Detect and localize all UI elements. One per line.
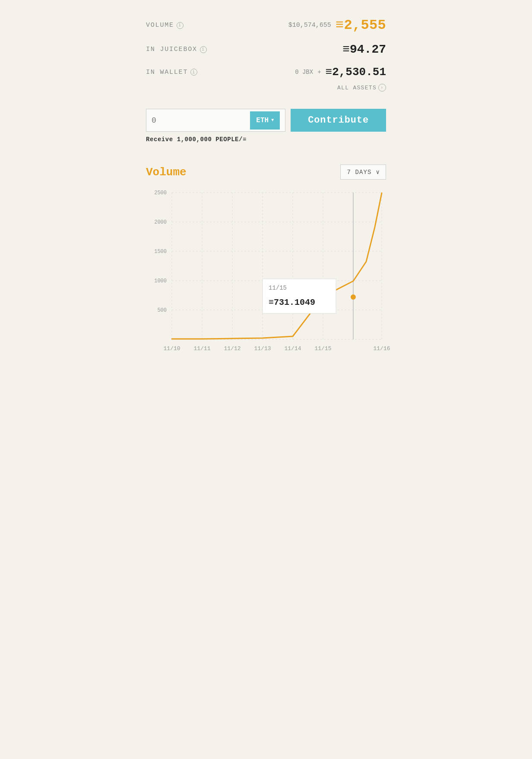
receive-text: Receive 1,000,000 PEOPLE/≡: [146, 136, 386, 143]
svg-text:≡731.1049: ≡731.1049: [269, 297, 315, 307]
in-juicebox-info-icon[interactable]: i: [200, 46, 207, 53]
chart-header: Volume 7 DAYS ∨: [146, 164, 386, 180]
in-juicebox-label-text: IN JUICEBOX: [146, 46, 197, 53]
in-juicebox-label: IN JUICEBOX i: [146, 46, 207, 53]
svg-text:11/12: 11/12: [224, 345, 241, 352]
volume-info-icon[interactable]: i: [177, 22, 184, 29]
contribute-input-row: ETH ▼ Contribute: [146, 109, 386, 132]
time-period-selector[interactable]: 7 DAYS ∨: [340, 164, 386, 180]
volume-row: VOLUME i $10,574,655 ≡2,555: [146, 17, 386, 33]
all-assets-chevron-icon: ›: [378, 84, 386, 92]
volume-chart: 2500 2000 1500 1000 500 11/10 11/11 11/1…: [146, 188, 386, 361]
svg-text:11/15: 11/15: [314, 345, 331, 352]
chart-title: Volume: [146, 166, 187, 179]
chart-container: 2500 2000 1500 1000 500 11/10 11/11 11/1…: [146, 188, 386, 363]
currency-dropdown-icon: ▼: [271, 118, 274, 123]
volume-label-text: VOLUME: [146, 22, 174, 29]
in-wallet-row: IN WALLET i 0 JBX + ≡2,530.51: [146, 66, 386, 79]
svg-text:500: 500: [157, 307, 167, 313]
all-assets-link[interactable]: ALL ASSETS ›: [337, 84, 386, 92]
time-period-chevron-icon: ∨: [376, 168, 380, 176]
svg-text:11/10: 11/10: [163, 345, 180, 352]
time-period-label: 7 DAYS: [347, 169, 371, 176]
volume-label: VOLUME i: [146, 22, 184, 29]
svg-text:1000: 1000: [154, 278, 167, 284]
amount-input[interactable]: [152, 116, 250, 125]
in-wallet-plus: +: [317, 69, 321, 76]
in-juicebox-eth: ≡94.27: [342, 43, 386, 56]
svg-rect-0: [172, 193, 382, 339]
chart-dot: [351, 294, 356, 300]
in-wallet-label: IN WALLET i: [146, 69, 197, 76]
svg-text:11/14: 11/14: [284, 345, 301, 352]
svg-text:2000: 2000: [154, 219, 167, 225]
in-wallet-value: 0 JBX + ≡2,530.51: [295, 66, 386, 79]
in-wallet-info-icon[interactable]: i: [190, 69, 197, 76]
in-wallet-label-text: IN WALLET: [146, 69, 188, 76]
svg-text:2500: 2500: [154, 190, 167, 196]
svg-text:11/11: 11/11: [193, 345, 210, 352]
volume-value: $10,574,655 ≡2,555: [288, 17, 386, 33]
volume-usd: $10,574,655: [288, 22, 331, 29]
all-assets-text: ALL ASSETS: [337, 85, 377, 91]
in-wallet-jbx: 0 JBX: [295, 69, 313, 76]
in-wallet-eth: ≡2,530.51: [326, 66, 386, 79]
in-juicebox-value: ≡94.27: [342, 43, 386, 56]
contribute-button[interactable]: Contribute: [291, 109, 386, 132]
contribute-button-label: Contribute: [308, 115, 369, 126]
svg-text:11/13: 11/13: [254, 345, 271, 352]
svg-rect-28: [263, 279, 336, 313]
svg-text:1500: 1500: [154, 249, 167, 255]
all-assets-row: ALL ASSETS ›: [146, 84, 386, 92]
svg-text:11/16: 11/16: [373, 345, 390, 352]
currency-label: ETH: [256, 117, 269, 124]
chart-section: Volume 7 DAYS ∨ 2500: [146, 164, 386, 363]
contribute-section: ETH ▼ Contribute Receive 1,000,000 PEOPL…: [146, 109, 386, 143]
amount-input-wrapper[interactable]: ETH ▼: [146, 109, 285, 132]
in-juicebox-row: IN JUICEBOX i ≡94.27: [146, 43, 386, 56]
stats-section: VOLUME i $10,574,655 ≡2,555 IN JUICEBOX …: [146, 17, 386, 92]
volume-eth: ≡2,555: [336, 17, 386, 33]
svg-text:11/15: 11/15: [269, 285, 287, 291]
currency-selector[interactable]: ETH ▼: [250, 111, 280, 130]
